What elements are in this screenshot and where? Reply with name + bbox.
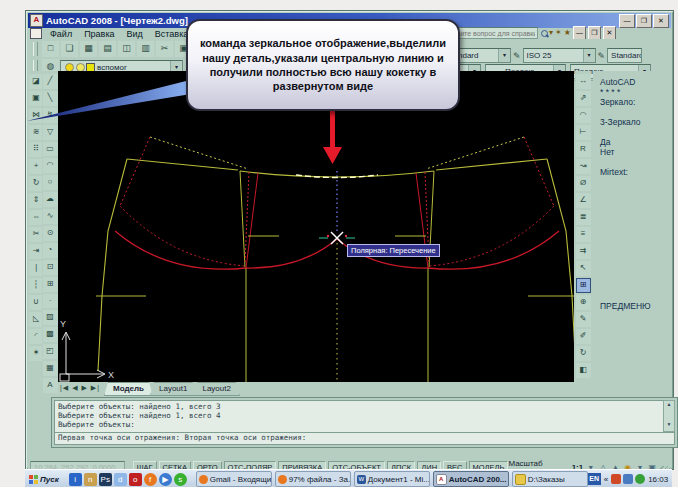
- tab-scroll-arrows[interactable]: |◀ ◀ ▶ ▶|: [58, 382, 104, 392]
- table-icon[interactable]: ▦: [43, 361, 58, 376]
- point-icon[interactable]: ·: [43, 294, 58, 309]
- arc-length-icon[interactable]: ◠: [576, 108, 591, 123]
- combo-arrow-icon[interactable]: ▾: [549, 28, 553, 38]
- construction-line-icon[interactable]: ╲: [43, 91, 58, 106]
- dove-icon[interactable]: d: [114, 473, 127, 486]
- line-icon[interactable]: ╱: [43, 74, 58, 89]
- circle-icon[interactable]: ○: [43, 175, 58, 190]
- revision-cloud-icon[interactable]: ☁: [43, 192, 58, 207]
- start-button[interactable]: Пуск: [25, 471, 63, 487]
- insert-block-icon[interactable]: ⊡: [43, 260, 58, 275]
- save-icon[interactable]: ▦: [80, 41, 97, 57]
- notes-icon[interactable]: n: [84, 473, 97, 486]
- tray-chevron-icon[interactable]: «: [604, 475, 608, 484]
- search-icon[interactable]: [540, 29, 547, 38]
- skype-icon[interactable]: s: [174, 473, 187, 486]
- screen-menu-item[interactable]: Mirtext:: [593, 167, 671, 177]
- tab-layout1[interactable]: Layout1: [150, 382, 196, 396]
- media-player-icon[interactable]: ▶: [159, 473, 172, 486]
- screen-menu-item[interactable]: Нет: [593, 147, 671, 157]
- baseline-icon[interactable]: ≡: [576, 227, 591, 242]
- photoshop-icon[interactable]: Ps: [99, 473, 112, 486]
- messenger-icon[interactable]: [611, 474, 621, 484]
- linear-icon[interactable]: ↔: [576, 74, 591, 89]
- polygon-icon[interactable]: ▽: [43, 125, 58, 140]
- angular-icon[interactable]: ∠: [576, 193, 591, 208]
- open-icon[interactable]: ❏: [61, 41, 78, 57]
- center-mark-icon[interactable]: ⊕: [576, 295, 591, 310]
- screen-menu-item[interactable]: 3-Зеркало: [593, 117, 671, 127]
- screen-menu-item[interactable]: Да: [593, 137, 671, 147]
- internet-explorer-icon[interactable]: i: [69, 473, 82, 486]
- update-icon[interactable]: [635, 474, 645, 484]
- dimension-edit-icon[interactable]: ✎: [576, 312, 591, 327]
- taskbar-task[interactable]: AAutoCAD 200...: [433, 471, 509, 487]
- polyline-icon[interactable]: ↯: [43, 108, 58, 123]
- gradient-icon[interactable]: ▩: [43, 327, 58, 342]
- doc-minimize-icon[interactable]: —: [573, 26, 586, 40]
- network-icon[interactable]: [623, 474, 633, 484]
- document-icon[interactable]: [30, 28, 42, 39]
- spline-icon[interactable]: ∿: [43, 209, 58, 224]
- table-style-combo[interactable]: Standard: [607, 48, 642, 63]
- combo-arrow-icon[interactable]: ▾: [498, 49, 510, 62]
- ordinate-icon[interactable]: ⊢: [576, 125, 591, 140]
- multiline-text-icon[interactable]: A: [43, 378, 58, 393]
- continue-icon[interactable]: ⇉: [576, 244, 591, 259]
- hatch-icon[interactable]: ▨: [43, 310, 58, 325]
- comm-center-icon[interactable]: ✶: [555, 28, 562, 38]
- command-scrollbar[interactable]: ▲ ▼: [663, 400, 675, 432]
- opera-icon[interactable]: o: [129, 473, 142, 486]
- firefox-icon[interactable]: f: [144, 473, 157, 486]
- plot-icon[interactable]: ▤: [99, 41, 116, 57]
- new-icon[interactable]: □: [42, 41, 59, 57]
- make-block-icon[interactable]: ⊞: [43, 277, 58, 292]
- taskbar-task[interactable]: 97% файла - За...: [275, 471, 351, 487]
- command-window[interactable]: Выберите объекты: найдено 1, всего 3Выбе…: [51, 397, 678, 448]
- combo-arrow-icon[interactable]: ▾: [583, 49, 595, 62]
- ellipse-arc-icon[interactable]: ◔: [43, 243, 58, 258]
- menu-item-правка[interactable]: Правка: [78, 29, 120, 39]
- plot-preview-icon[interactable]: ◫: [118, 41, 135, 57]
- jogged-icon[interactable]: ↝: [576, 159, 591, 174]
- aligned-icon[interactable]: ⇗: [576, 91, 591, 106]
- doc-close-icon[interactable]: ✕: [603, 26, 616, 40]
- quick-dimension-icon[interactable]: ≣: [576, 210, 591, 225]
- taskbar-task[interactable]: Gmail - Входящи...: [196, 471, 272, 487]
- tolerance-icon[interactable]: ⊞: [576, 278, 591, 293]
- dimension-text-edit-icon[interactable]: ✐: [576, 329, 591, 344]
- tab-layout2[interactable]: Layout2: [193, 382, 239, 396]
- command-prompt[interactable]: Первая точка оси отражения: Вторая точка…: [54, 432, 675, 445]
- dimension-style-icon[interactable]: ◧: [576, 363, 591, 378]
- close-icon[interactable]: ✕: [653, 14, 669, 28]
- radius-icon[interactable]: R: [576, 142, 591, 157]
- maximize-icon[interactable]: ❐: [636, 14, 652, 28]
- dimension-update-icon[interactable]: ↻: [576, 346, 591, 361]
- taskbar-task[interactable]: D:\Заказы: [512, 471, 588, 487]
- arc-icon[interactable]: ◠: [43, 158, 58, 173]
- drawing-viewport[interactable]: Y X Полярная: Пересечение: [58, 71, 574, 382]
- quick-leader-icon[interactable]: ↖: [576, 261, 591, 276]
- scroll-down-icon[interactable]: ▼: [664, 421, 674, 427]
- diameter-icon[interactable]: Ø: [576, 176, 591, 191]
- ellipse-icon[interactable]: ⊙: [43, 226, 58, 241]
- cut-icon[interactable]: ✂: [156, 41, 173, 57]
- publish-icon[interactable]: ▥: [137, 41, 154, 57]
- screen-menu-item[interactable]: AutoCAD: [593, 77, 671, 87]
- table-style-icon[interactable]: ✎: [598, 51, 606, 61]
- dim-style-icon[interactable]: ✎: [513, 51, 521, 61]
- rectangle-icon[interactable]: ▭: [43, 142, 58, 157]
- menu-item-вид[interactable]: Вид: [121, 29, 149, 39]
- taskbar-task[interactable]: WДокумент1 - Mi...: [354, 471, 430, 487]
- tab-модель[interactable]: Модель: [104, 382, 153, 396]
- language-indicator[interactable]: EN: [588, 473, 601, 485]
- toolbar-grip[interactable]: [33, 42, 38, 56]
- region-icon[interactable]: ◰: [43, 344, 58, 359]
- menu-item-файл[interactable]: Файл: [44, 29, 78, 39]
- screen-menu-item[interactable]: Зеркало:: [593, 97, 671, 107]
- screen-menu-prev[interactable]: ПРЕДМЕНЮ: [600, 301, 651, 311]
- dim-style-combo[interactable]: ISO 25 ▾: [523, 48, 596, 63]
- screen-menu-item[interactable]: * * * *: [593, 87, 671, 97]
- minimize-icon[interactable]: —: [619, 14, 635, 28]
- doc-restore-icon[interactable]: ❐: [588, 26, 601, 40]
